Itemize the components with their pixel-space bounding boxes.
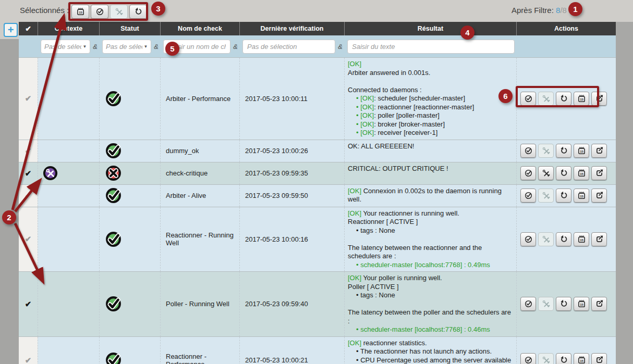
undo-icon [559,299,568,308]
result-line: • [OK]: poller [poller-master] [348,111,513,120]
undo-icon [559,169,568,178]
check-circle-icon [524,356,533,364]
downtime-button[interactable]: 15 [574,92,589,106]
add-panel-button[interactable]: + [4,23,18,37]
row-select-checkbox[interactable]: ✔ [19,162,38,184]
acknowledge-button[interactable] [520,189,536,203]
acknowledge-button[interactable] [520,353,536,364]
contexte-filter-placeholder: Pas de sélection [44,43,81,51]
check-result: [OK] Connexion in 0.002s to the daemon i… [344,185,516,207]
row-actions: 15 [516,207,616,272]
downtime-button[interactable]: 15 [574,189,589,203]
export-button[interactable] [591,166,607,180]
export-button[interactable] [591,232,607,246]
bulk-recheck-button[interactable] [129,5,147,19]
recheck-button[interactable] [556,189,571,203]
check-circle-icon [524,146,533,155]
recheck-button[interactable] [556,353,571,364]
acknowledge-button[interactable] [520,166,536,180]
undo-icon [559,94,568,103]
ok-status-icon [105,231,122,248]
last-check-time: 2017-05-23 10:00:11 [239,58,344,140]
export-icon [595,235,604,244]
fix-button[interactable] [538,353,554,364]
recheck-button[interactable] [556,232,571,246]
check-icon: ✔ [25,191,32,200]
recheck-button[interactable] [556,144,571,158]
row-select-checkbox[interactable]: ✔ [19,58,38,140]
bulk-acknowledge-button[interactable] [91,5,108,19]
acknowledge-button[interactable] [520,297,536,311]
result-line [348,235,513,244]
fix-button[interactable] [538,189,554,203]
fix-button[interactable] [538,232,554,246]
calendar-15-icon: 15 [577,235,586,244]
result-filter-input[interactable] [347,40,515,54]
selected-count-label: Sélectionnés : 2 [20,6,76,15]
row-actions: 15 [516,140,616,162]
downtime-button[interactable]: 15 [574,232,589,246]
export-button[interactable] [591,92,607,106]
acknowledge-button[interactable] [520,92,536,106]
export-button[interactable] [591,353,607,364]
result-line: • [OK]: broker [broker-master] [348,120,513,129]
row-status-cell [99,272,160,336]
result-line: • [OK]: scheduler [scheduler-master] [348,94,513,103]
fix-button[interactable] [538,166,554,180]
result-line: [OK] reactionner statistics. [348,339,513,348]
last-check-time: 2017-05-23 09:59:40 [239,272,344,336]
result-line: Connected to daemons : [348,86,513,95]
check-circle-icon [524,299,533,308]
header-nom-de-check[interactable]: Nom de check [160,22,239,35]
last-check-time: 2017-05-23 10:00:21 [239,337,344,364]
header-contexte[interactable]: Contexte [38,22,99,35]
export-icon [595,169,604,178]
filter-actions-empty-cell [516,35,616,57]
last-check-time: 2017-05-23 10:00:16 [239,207,344,272]
result-line: [OK] Your reactionner is running well. [348,209,513,218]
contexte-filter-select[interactable]: Pas de sélection ▼ [41,40,90,54]
row-select-checkbox[interactable]: ✔ [19,207,38,272]
result-line: Reactionner [ ACTIVE ] [348,218,513,227]
result-line: • [OK]: receiver [receiver-1] [348,129,513,137]
row-context-cell [38,140,99,162]
downtime-button[interactable]: 15 [574,353,589,364]
export-button[interactable] [591,189,607,203]
row-select-checkbox[interactable]: ✔ [19,185,38,207]
fix-button[interactable] [538,297,554,311]
row-select-checkbox[interactable]: ✔ [19,140,38,162]
downtime-button[interactable]: 15 [574,297,589,311]
ok-status-icon [105,187,122,204]
row-actions: 15 [516,185,616,207]
header-derniere-verification[interactable]: Dernière vérification [239,22,344,35]
filter-and-separator: & [233,43,238,51]
filter-empty-cell [19,35,38,57]
row-select-checkbox[interactable]: ✔ [19,337,38,364]
svg-text:15: 15 [580,97,583,101]
fix-button[interactable] [538,144,554,158]
acknowledge-button[interactable] [520,144,536,158]
downtime-button[interactable]: 15 [574,166,589,180]
header-select-all[interactable]: ✔ [19,22,38,35]
last-check-filter-input[interactable] [242,40,335,54]
recheck-button[interactable] [556,92,571,106]
header-resultat[interactable]: Résultat [344,22,516,35]
tools-icon [542,235,551,244]
last-check-time: 2017-05-23 09:59:50 [239,185,344,207]
acknowledge-button[interactable] [520,232,536,246]
bulk-downtime-button[interactable]: 15 [71,5,89,19]
bulk-fix-button[interactable] [110,5,128,19]
export-button[interactable] [591,144,607,158]
statut-filter-select[interactable]: Pas de sélection ▼ [102,40,151,54]
row-select-checkbox[interactable]: ✔ [19,272,38,336]
export-button[interactable] [591,297,607,311]
downtime-button[interactable]: 15 [574,144,589,158]
check-icon: ✔ [25,169,32,178]
recheck-button[interactable] [556,166,571,180]
recheck-button[interactable] [556,297,571,311]
tools-icon [542,299,551,308]
fix-button[interactable] [538,92,554,106]
table-row: ✔ Reactionner - Performance 2017-05-23 1… [19,336,616,364]
svg-text:15: 15 [580,150,583,153]
header-statut[interactable]: Statut [99,22,160,35]
